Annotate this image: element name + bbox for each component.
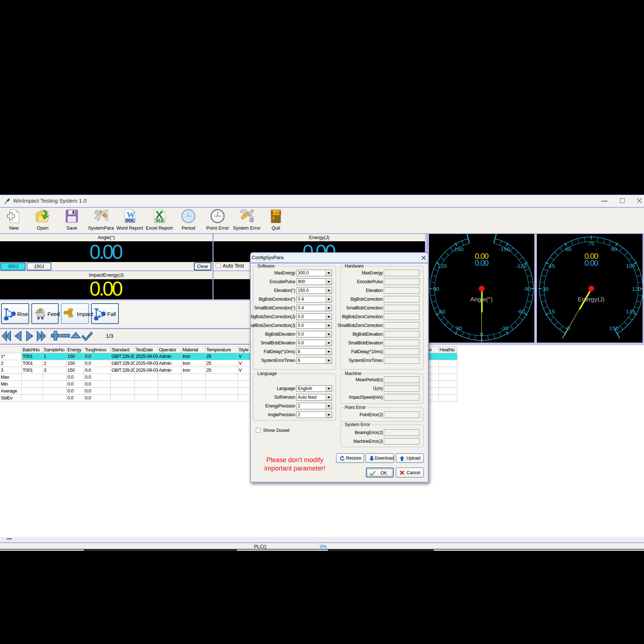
svg-text:-150: -150	[499, 246, 510, 252]
svg-text:-120: -120	[515, 263, 527, 269]
svg-text:-90: -90	[523, 286, 531, 292]
svg-text:15: 15	[549, 308, 555, 315]
svg-text:150: 150	[454, 246, 464, 252]
svg-text:150: 150	[609, 325, 619, 331]
svg-text:-30: -30	[500, 325, 509, 331]
svg-text:120: 120	[437, 263, 447, 269]
svg-text:45: 45	[549, 263, 555, 269]
svg-text:120: 120	[632, 286, 641, 292]
svg-text:CLOSE: CLOSE	[271, 211, 282, 215]
svg-text:90: 90	[433, 286, 440, 292]
svg-text:60: 60	[565, 246, 572, 252]
svg-text:-60: -60	[517, 308, 526, 315]
svg-text:XLS: XLS	[156, 218, 163, 223]
svg-text:30: 30	[542, 286, 549, 292]
svg-text:105: 105	[626, 263, 635, 269]
svg-text:60: 60	[439, 308, 446, 315]
svg-text:135: 135	[626, 308, 635, 315]
svg-text:75: 75	[588, 240, 594, 246]
svg-text:90: 90	[611, 246, 617, 252]
svg-text:DOC: DOC	[126, 218, 135, 223]
svg-text:30: 30	[456, 325, 462, 331]
